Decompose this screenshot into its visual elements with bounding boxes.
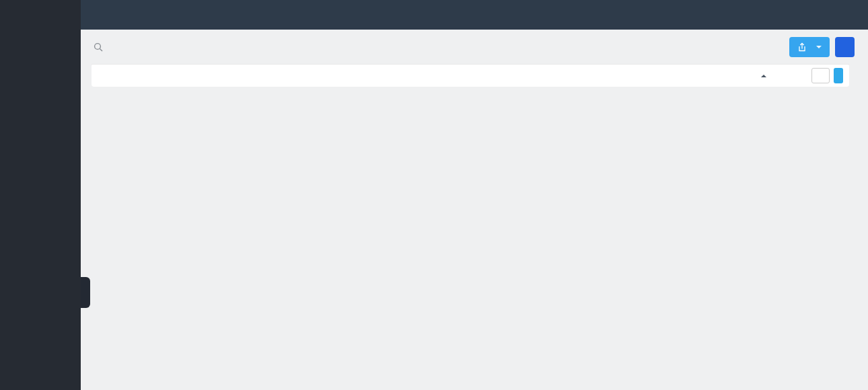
toolbar <box>93 32 855 62</box>
caret-up-icon <box>761 72 766 77</box>
caret-down-icon <box>816 46 822 51</box>
sidebar-collapse-handle[interactable] <box>81 277 90 308</box>
app-brand[interactable] <box>93 0 99 30</box>
search-icon <box>94 42 103 52</box>
add-contact-button[interactable] <box>835 37 855 57</box>
page-number-input[interactable] <box>811 68 830 83</box>
pagination-bar <box>92 64 849 87</box>
go-button[interactable] <box>834 68 843 83</box>
contacts-panel <box>92 64 849 87</box>
sidebar <box>0 0 81 390</box>
toolbar-buttons <box>789 37 855 57</box>
export-button[interactable] <box>789 37 830 57</box>
tab-search[interactable] <box>93 35 107 59</box>
export-icon <box>797 42 807 52</box>
top-navbar <box>81 0 868 30</box>
